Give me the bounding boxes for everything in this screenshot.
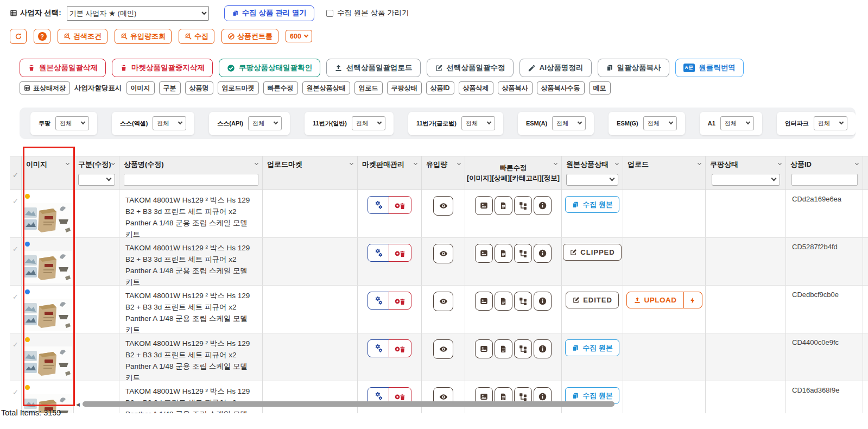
quick-edit-info-button[interactable] [534,339,552,358]
col-header-image[interactable]: 이미지 [26,160,47,169]
product-name-cell[interactable]: TAKOM 48001W Hs129 ² 박스 Hs 129 B2 + B3 3… [119,333,263,381]
market-filter-select[interactable]: 전체 [55,116,89,130]
product-control-button[interactable]: 상품컨트롤 [221,29,278,44]
hide-original-checkbox[interactable] [326,10,333,17]
select-all-check-icon[interactable]: ✓ [12,171,18,179]
column-chip[interactable]: 상품삭제 [459,81,493,94]
status-badge[interactable]: CLIPPED [563,244,621,261]
product-name-cell[interactable]: TAKOM 48001W Hs129 ² 박스 Hs 129 B2 + B3 3… [119,190,263,237]
market-filter-select[interactable]: 전체 [552,116,586,130]
chevron-down-icon[interactable] [615,161,619,165]
column-chip[interactable]: 메모 [589,81,611,94]
scroll-left-arrow-icon[interactable]: ◀ [76,402,80,407]
quick-edit-detail-page-button[interactable] [495,292,512,311]
status-badge[interactable]: EDITED [566,292,619,308]
row-check-icon[interactable]: ✓ [12,245,18,253]
image-cell[interactable] [22,190,74,237]
col-header-upload-market[interactable]: 업로드마켓 [267,160,302,169]
upload-selected-bulk-button[interactable]: 선택상품일괄업로드 [326,59,421,77]
product-name-cell[interactable]: TAKOM 48001W Hs129 ² 박스 Hs 129 B2 + B3 3… [119,238,263,285]
col-header-coupang-status[interactable]: 쿠팡상태 [710,160,738,169]
chevron-down-icon[interactable] [457,161,461,165]
chevron-down-icon[interactable] [255,161,258,165]
coupang-status-filter-select[interactable] [712,174,780,186]
column-chip[interactable]: 상품복사수동 [537,81,585,94]
column-chip[interactable]: 업로드 [354,81,383,94]
column-chip[interactable]: 이미지 [126,81,155,94]
market-filter-select[interactable]: 전체 [461,116,495,130]
market-filter-select[interactable]: 전체 [643,116,677,130]
quick-edit-info-button[interactable] [534,196,552,215]
col-header-inflow[interactable]: 유입량 [426,160,447,169]
quick-upload-button[interactable] [683,292,702,308]
chevron-down-icon[interactable] [66,161,69,165]
product-thumbnail[interactable] [23,203,72,236]
open-collect-manager-button[interactable]: 수집 상품 관리 열기 [224,5,314,21]
chevron-down-icon[interactable] [111,161,115,165]
quick-edit-image-button[interactable] [475,196,493,215]
market-filter-select[interactable]: 전체 [153,116,186,130]
chevron-down-icon[interactable] [855,161,859,165]
market-settings-button[interactable] [368,292,389,310]
chevron-down-icon[interactable] [698,161,701,165]
market-settings-button[interactable] [368,244,389,262]
coupang-status-check-bulk-button[interactable]: 쿠팡상품상태일괄확인 [219,59,320,77]
name-filter-input[interactable] [124,174,258,186]
refresh-button[interactable] [10,29,27,44]
help-button[interactable]: ? [34,29,50,44]
product-name-cell[interactable]: TAKOM 48001W Hs129 ² 박스 Hs 129 B2 + B3 3… [119,381,263,413]
stop-delete-button[interactable] [389,196,411,214]
quick-edit-category-button[interactable] [514,292,532,311]
image-cell[interactable] [22,286,74,333]
search-condition-button[interactable]: 검색조건 [58,29,107,44]
column-chip[interactable]: 상품명 [185,81,213,94]
quick-edit-image-button[interactable] [475,339,493,358]
image-cell[interactable] [22,238,74,285]
save-table-state-button[interactable]: 표상태저장 [20,81,70,94]
quick-edit-category-button[interactable] [514,339,532,358]
inflow-view-button[interactable] [433,339,453,359]
column-chip[interactable]: 빠른수정 [263,81,298,94]
quick-edit-detail-page-button[interactable] [495,196,512,215]
inflow-query-button[interactable]: 유입량조회 [115,29,172,44]
market-filter-select[interactable]: 전체 [352,116,385,130]
stop-delete-market-bulk-button[interactable]: 마켓상품일괄중지삭제 [112,59,213,77]
chevron-down-icon[interactable] [554,161,557,165]
product-thumbnail[interactable] [23,346,72,379]
column-chip[interactable]: 구분 [159,81,181,94]
quick-edit-category-button[interactable] [514,244,532,263]
chevron-down-icon[interactable] [414,161,417,165]
status-badge[interactable]: 수집 원본 [565,339,619,356]
stop-delete-button[interactable] [389,339,411,357]
delete-original-bulk-button[interactable]: 원본상품일괄삭제 [20,59,106,77]
column-chip[interactable]: 쿠팡상태 [387,81,422,94]
status-badge[interactable]: 수집 원본 [565,196,619,213]
bulk-copy-button[interactable]: 일괄상품복사 [598,59,669,77]
market-filter-select[interactable]: 전체 [248,116,282,130]
col-header-name[interactable]: 상품명(수정) [124,160,164,169]
col-header-market-manage[interactable]: 마켓판매관리 [362,160,404,169]
quick-edit-category-button[interactable] [514,196,532,215]
inflow-view-button[interactable] [433,196,453,216]
col-header-quick-edit[interactable]: 빠른수정 [이미지][상페][카테고리][정보] [465,156,561,190]
edit-selected-bulk-button[interactable]: 선택상품일괄수정 [427,59,514,77]
row-check-icon[interactable]: ✓ [12,388,18,396]
quick-edit-info-button[interactable] [534,244,552,263]
upload-button[interactable]: UPLOAD [626,292,684,308]
market-settings-button[interactable] [368,339,389,357]
col-header-type[interactable]: 구분(수정) [78,160,111,169]
market-settings-button[interactable] [368,196,389,214]
product-id-filter-input[interactable] [791,174,858,186]
col-header-original-status[interactable]: 원본상품상태 [566,160,609,169]
column-chip[interactable]: 상품ID [426,81,454,94]
product-name-cell[interactable]: TAKOM 48001W Hs129 ² 박스 Hs 129 B2 + B3 3… [119,286,263,333]
quick-edit-info-button[interactable] [534,292,552,311]
column-chip[interactable]: 원본상품상태 [302,81,350,94]
quick-edit-detail-page-button[interactable] [495,244,512,263]
market-filter-select[interactable]: 전체 [814,116,847,130]
ai-name-clean-button[interactable]: AI상품명정리 [519,59,592,77]
chevron-down-icon[interactable] [350,161,353,165]
column-chip[interactable]: 상품복사 [498,81,533,94]
market-filter-select[interactable]: 전체 [720,116,754,130]
inflow-view-button[interactable] [433,292,453,311]
